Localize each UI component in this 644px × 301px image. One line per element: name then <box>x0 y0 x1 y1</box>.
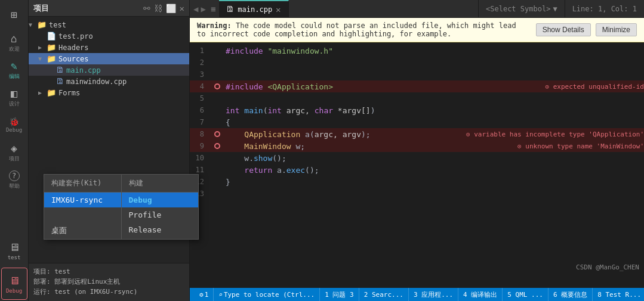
sidebar: ⊞ ⌂ 欢迎 ✎ 编辑 ◧ 设计 🐞 Debug ◈ 项目 ? 帮助 🖥 tes… <box>0 0 29 301</box>
file-tree-panel: 项目 ⚯ ⛓ ⬜ ✕ ▼ 📁 test 📄 test.pro ▶ 📁 Heade… <box>29 0 190 301</box>
tree-label-testpro: test.pro <box>58 32 93 41</box>
code-line-9: 9 MainWindow w; ⊙ unknown type name 'Mai… <box>190 140 644 152</box>
test-panel-icon: 🖥 <box>9 241 20 253</box>
tree-arrow-forms: ▶ <box>38 89 47 96</box>
line-gutter-8 <box>211 131 223 137</box>
test-panel-label: test <box>8 255 21 260</box>
line-code-11: return a.exec(); <box>223 166 644 175</box>
link-icon[interactable]: ⛓ <box>154 4 162 13</box>
run-info: 运行: test (on IMX6U-rsync) <box>33 287 184 296</box>
line-num-6: 6 <box>190 106 211 114</box>
tree-arrow-headers: ▶ <box>38 44 47 51</box>
context-cell-kit-1: IMX6U-rsync <box>44 193 122 207</box>
nav-menu-icon[interactable]: ≡ <box>211 4 215 14</box>
warning-bar: Warning: The code model could not parse … <box>190 18 644 42</box>
welcome-label: 欢迎 <box>9 45 20 53</box>
status-qml[interactable]: 5 QML ... <box>503 288 549 301</box>
context-cell-kit-3: 桌面 <box>44 222 122 239</box>
status-searc[interactable]: 2 Searc... <box>359 288 409 301</box>
tab-close-icon[interactable]: ✕ <box>276 5 281 14</box>
line-code-4: #include <QApplication> <box>223 82 540 91</box>
show-details-button[interactable]: Show Details <box>536 23 591 36</box>
tree-item-sources[interactable]: ▼ 📁 Sources <box>29 53 189 64</box>
deploy-info: 部署: 部署到远程Linux主机 <box>33 277 184 286</box>
tree-item-test[interactable]: ▼ 📁 test <box>29 19 189 30</box>
sidebar-item-debug[interactable]: 🐞 Debug <box>1 112 27 138</box>
tree-item-forms[interactable]: ▶ 📁 Forms <box>29 87 189 98</box>
status-bar: ⚙ 1 ⌕ Type to locate (Ctrl... 1 问题 3 2 S… <box>190 288 644 301</box>
test-panel-button[interactable]: 🖥 test <box>1 234 27 266</box>
line-code-8: QApplication a(argc, argv); <box>223 130 461 139</box>
status-compile[interactable]: 4 编译输出 <box>458 288 503 301</box>
line-code-10: w.show(); <box>223 154 644 163</box>
debug-label: Debug <box>6 127 22 133</box>
line-num-8: 8 <box>190 130 211 138</box>
project-info: 项目: test <box>33 267 184 276</box>
error-dot-9 <box>214 143 220 149</box>
line-num-11: 11 <box>190 166 211 174</box>
code-line-11: 11 return a.exec(); <box>190 164 644 176</box>
nav-arrows: ◀ ▶ ≡ <box>190 4 219 14</box>
status-info[interactable]: 6 概要信息 <box>549 288 593 301</box>
searc-label: 2 Searc... <box>364 291 403 299</box>
tree-item-testpro[interactable]: 📄 test.pro <box>29 30 189 42</box>
line-gutter-4 <box>211 83 223 89</box>
context-menu-row-2[interactable]: Profile <box>44 207 198 222</box>
grid-icon: ⊞ <box>11 10 17 20</box>
app-label: 3 应用程... <box>414 290 453 299</box>
error-msg-4: ⊙ expected unqualified-id <box>545 83 644 91</box>
sidebar-item-help[interactable]: ? 帮助 <box>1 167 27 193</box>
context-menu-row-3[interactable]: 桌面 Release <box>44 222 198 239</box>
sidebar-item-welcome[interactable]: ⌂ 欢迎 <box>1 30 27 56</box>
tree-item-headers[interactable]: ▶ 📁 Headers <box>29 42 189 53</box>
context-menu: 构建套件(Kit) 构建 IMX6U-rsync Debug Profile 桌… <box>44 174 199 240</box>
design-icon: ◧ <box>11 88 17 99</box>
status-locate-icon: ⌕ <box>218 291 223 299</box>
status-build-item[interactable]: ⚙ 1 <box>195 288 214 301</box>
debug-panel-label: Debug <box>6 288 22 294</box>
tree-label-maincpp: main.cpp <box>66 66 101 75</box>
tree-arrow-test: ▼ <box>29 21 37 28</box>
debug-icon: 🐞 <box>9 117 19 126</box>
nav-forward-icon[interactable]: ▶ <box>201 4 205 14</box>
code-line-2: 2 <box>190 57 644 69</box>
error-msg-8: ⊙ variable has incomplete type 'QApplica… <box>466 131 644 138</box>
sidebar-item-edit[interactable]: ✎ 编辑 <box>1 57 27 83</box>
filter-icon[interactable]: ⚯ <box>143 4 150 13</box>
nav-back-icon[interactable]: ◀ <box>193 4 198 14</box>
tree-label-forms: Forms <box>58 89 80 97</box>
minimize-button[interactable]: Minimize <box>596 23 637 36</box>
sidebar-item-project[interactable]: ◈ 项目 <box>1 139 27 166</box>
line-num-3: 3 <box>190 70 211 79</box>
info-label: 6 概要信息 <box>553 290 587 299</box>
debug-panel-button[interactable]: 🖥 Debug <box>1 268 27 300</box>
code-line-3: 3 <box>190 69 644 80</box>
tree-item-maincpp[interactable]: 🖺 main.cpp <box>29 64 189 76</box>
sidebar-item-grid[interactable]: ⊞ <box>1 2 27 29</box>
symbol-arrow-icon: ▼ <box>553 5 557 13</box>
status-search-item[interactable]: ⌕ Type to locate (Ctrl... <box>214 288 320 301</box>
line-num-2: 2 <box>190 58 211 67</box>
context-menu-row-1[interactable]: IMX6U-rsync Debug <box>44 193 198 207</box>
error-dot-8 <box>214 131 220 137</box>
editor-tabs: ◀ ▶ ≡ 🖺 main.cpp ✕ <Select Symbol> ▼ Lin… <box>190 0 644 18</box>
status-test[interactable]: 8 Test R... <box>593 288 644 301</box>
sidebar-item-design[interactable]: ◧ 设计 <box>1 85 27 111</box>
tab-maincpp[interactable]: 🖺 main.cpp ✕ <box>219 0 288 18</box>
edit-label: 编辑 <box>9 73 20 80</box>
line-num-5: 5 <box>190 94 211 103</box>
qml-label: 5 QML ... <box>507 291 543 299</box>
folder-icon-forms: 📁 <box>47 88 56 97</box>
status-problems[interactable]: 1 问题 3 <box>320 288 359 301</box>
context-cell-build-1: Debug <box>122 193 199 207</box>
symbol-selector[interactable]: <Select Symbol> ▼ <box>478 0 565 18</box>
bottom-info: 项目: test 部署: 部署到远程Linux主机 运行: test (on I… <box>29 263 189 301</box>
code-editor[interactable]: 1 #include "mainwindow.h" 2 3 4 #include… <box>190 42 644 288</box>
expand-icon[interactable]: ⬜ <box>166 4 176 13</box>
warning-text: Warning: The code model could not parse … <box>197 21 529 38</box>
status-app[interactable]: 3 应用程... <box>409 288 458 301</box>
close-panel-icon[interactable]: ✕ <box>180 4 184 13</box>
tab-filename: main.cpp <box>238 5 272 14</box>
tree-item-mainwindowcpp[interactable]: 🖺 mainwindow.cpp <box>29 76 189 87</box>
line-code-9: MainWindow w; <box>223 142 513 151</box>
